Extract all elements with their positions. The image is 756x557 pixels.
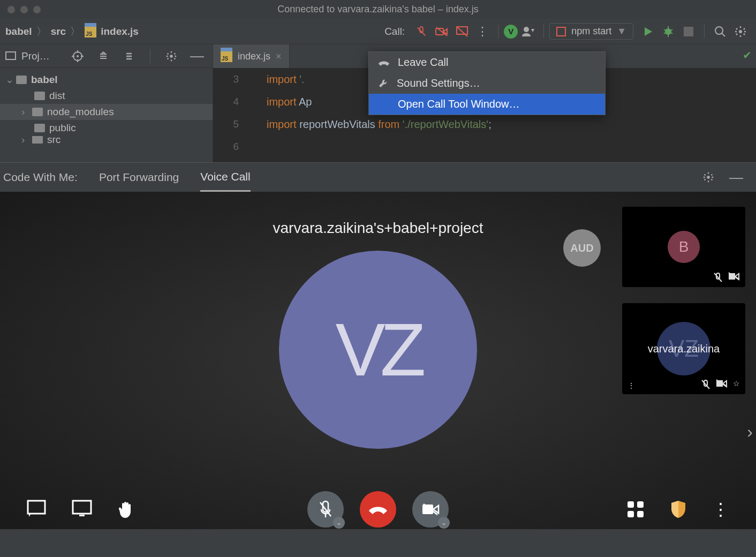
- mic-off-icon: [701, 379, 710, 390]
- editor-tab-index[interactable]: JS index.js ×: [213, 44, 290, 68]
- chevron-down-icon[interactable]: ⌄: [438, 517, 450, 529]
- svg-point-10: [77, 55, 79, 57]
- svg-point-11: [170, 55, 173, 58]
- svg-point-4: [665, 28, 671, 35]
- window-title: Connected to varvara.zaikina's babel – i…: [277, 4, 479, 15]
- tree-item-babel[interactable]: ⌄babel: [0, 71, 213, 88]
- mic-off-icon: [713, 272, 723, 283]
- avatar-circle: B: [668, 231, 700, 263]
- call-dropdown-menu: Leave Call Sound Settings… Open Call Too…: [368, 51, 606, 115]
- project-icon: [5, 51, 16, 61]
- npm-icon: [556, 27, 566, 36]
- more-icon[interactable]: ⋮: [628, 381, 635, 390]
- gear-icon[interactable]: [164, 49, 178, 63]
- svg-point-2: [524, 27, 529, 32]
- hangup-button[interactable]: [360, 491, 396, 528]
- breadcrumb-file[interactable]: index.js: [101, 26, 139, 37]
- cam-off-icon: [716, 379, 728, 390]
- separator: [704, 25, 705, 39]
- svg-point-6: [715, 27, 723, 34]
- js-file-icon: JS: [85, 26, 96, 37]
- chevron-icon: 〉: [36, 25, 47, 39]
- window-controls[interactable]: [0, 6, 41, 13]
- raise-hand-icon[interactable]: [118, 500, 136, 519]
- debug-button[interactable]: [661, 25, 675, 39]
- tree-item-src[interactable]: ›src: [0, 136, 213, 144]
- close-tab-icon[interactable]: ×: [276, 51, 282, 62]
- breadcrumb-root[interactable]: babel: [5, 26, 32, 37]
- stop-button: [682, 25, 695, 39]
- breadcrumb[interactable]: babel 〉 src 〉 JS index.js: [5, 25, 139, 39]
- separator: [498, 25, 498, 39]
- chevron-down-icon[interactable]: ⌄: [333, 517, 345, 529]
- participant-thumbnails: B VZ varvara.zaikina ⋮ ☆: [622, 207, 745, 394]
- svg-point-7: [739, 30, 742, 33]
- participant-name: varvara.zaikina: [648, 343, 720, 355]
- tree-item-public[interactable]: public: [0, 120, 213, 136]
- svg-rect-17: [79, 515, 85, 516]
- tab-label: index.js: [238, 51, 270, 62]
- line-gutter: 3 4 5 6: [213, 68, 245, 158]
- sidebar-title: Proj…: [21, 50, 62, 62]
- add-user-icon[interactable]: ▾: [521, 25, 535, 39]
- call-controls: ⌄ ⌄ ⋮: [0, 499, 756, 520]
- breadcrumb-mid[interactable]: src: [51, 26, 66, 37]
- tree-item-dist[interactable]: dist: [0, 88, 213, 104]
- chat-icon[interactable]: [27, 500, 46, 519]
- participant-thumb[interactable]: VZ varvara.zaikina ⋮ ☆: [622, 303, 745, 394]
- tool-window-label: Code With Me:: [3, 171, 78, 184]
- close-dot[interactable]: [7, 6, 15, 13]
- separator: [543, 25, 544, 39]
- menu-leave-call[interactable]: Leave Call: [369, 52, 605, 73]
- target-icon[interactable]: [71, 49, 85, 63]
- expand-all-icon[interactable]: [96, 49, 110, 63]
- main-toolbar: babel 〉 src 〉 JS index.js Call: ⋮ V ▾ np…: [0, 19, 756, 44]
- tab-port-forwarding[interactable]: Port Forwarding: [99, 163, 179, 192]
- menu-sound-settings[interactable]: Sound Settings…: [369, 73, 605, 94]
- search-icon[interactable]: [713, 25, 727, 39]
- wrench-icon: [377, 78, 389, 89]
- minimize-icon[interactable]: —: [729, 170, 743, 184]
- sidebar-header: Proj… —: [0, 44, 213, 68]
- collapse-all-icon[interactable]: [122, 49, 136, 63]
- gear-icon[interactable]: [734, 25, 747, 39]
- run-button[interactable]: [641, 25, 655, 39]
- participant-thumb[interactable]: B: [622, 207, 745, 287]
- run-config-selector[interactable]: npm start ▼: [549, 23, 633, 40]
- tool-window-tabs: Code With Me: Port Forwarding Voice Call…: [0, 163, 756, 192]
- expand-icon[interactable]: ›: [747, 422, 753, 442]
- tool-window: Code With Me: Port Forwarding Voice Call…: [0, 162, 756, 529]
- more-vert-icon[interactable]: ⋮: [712, 499, 729, 520]
- inspection-ok-icon[interactable]: ✔: [743, 49, 752, 62]
- menu-open-tool-window[interactable]: Open Call Tool Window…: [369, 94, 605, 115]
- svg-rect-19: [628, 501, 634, 508]
- voice-call-panel: varvara.zaikina's+babel+project VZ AUD B…: [0, 192, 756, 529]
- project-sidebar: Proj… — ⌄babel dist ›node_modules public…: [0, 44, 213, 162]
- gear-icon[interactable]: [701, 170, 715, 184]
- svg-point-12: [707, 176, 710, 179]
- minimize-dot[interactable]: [20, 6, 28, 13]
- maximize-dot[interactable]: [33, 6, 41, 13]
- js-file-icon: JS: [221, 50, 232, 62]
- star-icon[interactable]: ☆: [733, 379, 740, 390]
- hangup-icon: [377, 58, 390, 67]
- minimize-icon[interactable]: —: [190, 49, 204, 63]
- tree-item-node-modules[interactable]: ›node_modules: [0, 104, 213, 120]
- more-vert-icon[interactable]: ⋮: [475, 25, 489, 39]
- tab-voice-call[interactable]: Voice Call: [200, 163, 250, 192]
- mic-toggle-button[interactable]: ⌄: [307, 491, 344, 528]
- screen-off-icon[interactable]: [455, 25, 469, 39]
- svg-rect-20: [637, 501, 644, 508]
- user-avatar[interactable]: V: [504, 25, 518, 39]
- screen-share-icon[interactable]: [72, 500, 92, 519]
- svg-rect-22: [637, 511, 644, 517]
- audio-badge[interactable]: AUD: [563, 229, 601, 267]
- camera-toggle-button[interactable]: ⌄: [412, 491, 449, 528]
- dropdown-icon: ▼: [617, 26, 626, 37]
- project-tree[interactable]: ⌄babel dist ›node_modules public ›src: [0, 68, 213, 147]
- mic-muted-icon[interactable]: [414, 25, 428, 39]
- shield-icon[interactable]: [670, 500, 686, 519]
- camera-off-icon[interactable]: [435, 25, 449, 39]
- svg-rect-21: [628, 511, 634, 517]
- grid-view-icon[interactable]: [626, 500, 645, 518]
